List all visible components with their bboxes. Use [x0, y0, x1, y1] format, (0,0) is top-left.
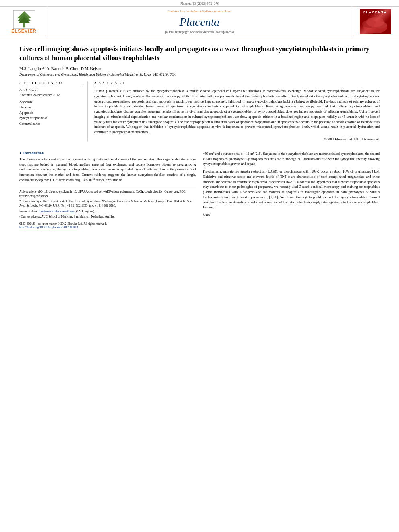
- accepted-date: Accepted 24 September 2012: [19, 93, 82, 97]
- keyword-placenta: Placenta: [19, 105, 82, 110]
- section-divider: [19, 146, 380, 146]
- doi-link[interactable]: http://dx.doi.org/10.1016/j.placenta.201…: [19, 226, 78, 229]
- journal-header: ELSEVIER Contents lists available at Sci…: [0, 7, 399, 37]
- article-info-label: A R T I C L E I N F O: [19, 81, 82, 86]
- keyword-syncytiotrophoblast: Syncytiotrophoblast: [19, 115, 82, 121]
- keywords-list: Placenta Apoptosis Syncytiotrophoblast C…: [19, 105, 82, 126]
- authors: M.S. Longtine*, A. Barton¹, B. Chen, D.M…: [19, 66, 380, 71]
- article-info-column: A R T I C L E I N F O Article history: A…: [19, 81, 88, 141]
- svg-rect-1: [23, 23, 25, 27]
- article-title: Live-cell imaging shows apoptosis initia…: [19, 45, 380, 62]
- svg-point-9: [366, 17, 384, 27]
- abbreviations-note: Abbreviations: clCyt18, cleaved cytokera…: [19, 189, 196, 199]
- keywords-label: Keywords:: [19, 100, 82, 104]
- top-bar: Placenta 33 (2012) 971–976: [0, 0, 399, 7]
- intro-para2: ~50 cm³ and a surface area of ~11 m² [2,…: [203, 151, 380, 166]
- affiliation: Department of Obstetrics and Gynecology,…: [19, 72, 380, 76]
- email-link[interactable]: longtine@wudosis.wustl.edu: [39, 210, 74, 213]
- footnotes-area: Abbreviations: clCyt18, cleaved cytokera…: [19, 187, 196, 219]
- body-col-right: ~50 cm³ and a surface area of ~11 m² [2,…: [203, 151, 380, 229]
- history-item: Article history: Accepted 24 September 2…: [19, 88, 82, 97]
- journal-name: Placenta: [179, 16, 220, 29]
- found-text: found: [203, 212, 210, 216]
- intro-para3: Preeclampsia, intrauterine growth restri…: [203, 169, 380, 210]
- found-text-area: found: [203, 212, 380, 216]
- placenta-logo-area: PLACENTA: [351, 7, 399, 37]
- placenta-image: PLACENTA: [360, 9, 391, 34]
- abstract-text: Human placental villi are surfaced by th…: [94, 88, 380, 135]
- keyword-apoptosis: Apoptosis: [19, 110, 82, 116]
- intro-para1: The placenta is a transient organ that i…: [19, 157, 196, 183]
- body-col-left: 1. Introduction The placenta is a transi…: [19, 151, 196, 229]
- doi-line: http://dx.doi.org/10.1016/j.placenta.201…: [19, 226, 196, 229]
- placenta-logo: PLACENTA: [360, 9, 391, 34]
- corresponding-note: * Corresponding author: Department of Ob…: [19, 199, 196, 208]
- footer-area: 0143-4004/$ – see front matter © 2012 El…: [19, 222, 196, 229]
- history-label: Article history:: [19, 88, 82, 92]
- body-section: 1. Introduction The placenta is a transi…: [19, 151, 380, 229]
- journal-url: journal homepage: www.elsevier.com/locat…: [165, 30, 234, 34]
- keywords-item: Keywords: Placenta Apoptosis Syncytiotro…: [19, 100, 82, 126]
- intro-heading: 1. Introduction: [19, 151, 196, 155]
- sciverse-link: Contents lists available at SciVerse Sci…: [167, 10, 231, 13]
- issn-line: 0143-4004/$ – see front matter © 2012 El…: [19, 222, 196, 226]
- keyword-cytotrophoblast: Cytotrophoblast: [19, 121, 82, 127]
- abstract-label: A B S T R A C T: [94, 81, 380, 86]
- issue-citation: Placenta 33 (2012) 971–976: [180, 2, 219, 6]
- elsevier-logo-area: ELSEVIER: [0, 7, 48, 37]
- copyright-line: © 2012 Elsevier Ltd. All rights reserved…: [94, 137, 380, 141]
- journal-center: Contents lists available at SciVerse Sci…: [48, 7, 351, 37]
- elsevier-brand-text: ELSEVIER: [11, 29, 36, 33]
- elsevier-logo: ELSEVIER: [11, 10, 36, 33]
- abstract-column: A B S T R A C T Human placental villi ar…: [94, 81, 380, 141]
- elsevier-tree-icon: [12, 10, 36, 29]
- email-note: E-mail address: longtine@wudosis.wustl.e…: [19, 209, 196, 214]
- footnote1: ¹ Current address: AUC School of Medicin…: [19, 214, 196, 219]
- main-content: Live-cell imaging shows apoptosis initia…: [0, 37, 399, 236]
- article-info-abstract-section: A R T I C L E I N F O Article history: A…: [19, 81, 380, 141]
